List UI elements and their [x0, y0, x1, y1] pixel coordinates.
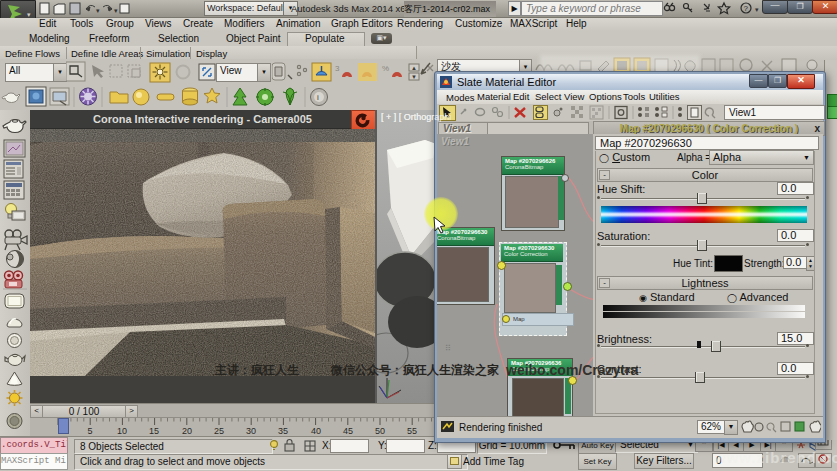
- svg-text:i: i: [317, 93, 319, 102]
- svg-text:3: 3: [335, 64, 340, 73]
- svg-text:40: 40: [311, 426, 321, 436]
- svg-text:5: 5: [87, 426, 92, 436]
- svg-text:%: %: [382, 64, 389, 73]
- svg-text:▼: ▼: [411, 74, 417, 80]
- svg-text:35: 35: [278, 426, 288, 436]
- svg-text:30: 30: [246, 426, 256, 436]
- svg-text:10: 10: [117, 426, 127, 436]
- svg-text:▾: ▾: [114, 7, 118, 14]
- svg-text:▾: ▾: [755, 6, 759, 13]
- svg-text:?: ?: [744, 4, 749, 13]
- svg-text:20: 20: [182, 426, 192, 436]
- svg-text:25: 25: [214, 426, 224, 436]
- svg-text:▾: ▾: [96, 7, 100, 14]
- svg-text:45: 45: [343, 426, 353, 436]
- svg-text:15: 15: [149, 426, 159, 436]
- svg-text:50: 50: [375, 426, 385, 436]
- svg-text:55: 55: [407, 426, 417, 436]
- svg-text:▲: ▲: [411, 65, 417, 71]
